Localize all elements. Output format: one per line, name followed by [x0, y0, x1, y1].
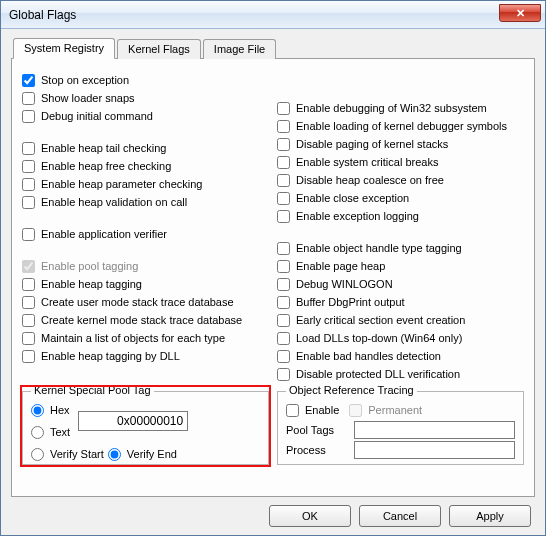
spacer	[277, 71, 524, 85]
pool-radio-verify-end[interactable]: Verify End	[108, 444, 177, 464]
flag-checkbox-input[interactable]	[277, 192, 290, 205]
flag-label: Disable protected DLL verification	[296, 368, 460, 380]
flag-checkbox[interactable]: Enable page heap	[277, 257, 524, 275]
flag-label: Debug initial command	[41, 110, 153, 122]
flag-checkbox-input[interactable]	[22, 228, 35, 241]
flag-checkbox[interactable]: Enable exception logging	[277, 207, 524, 225]
flag-checkbox-input[interactable]	[22, 74, 35, 87]
flag-checkbox-input[interactable]	[22, 296, 35, 309]
apply-button[interactable]: Apply	[449, 505, 531, 527]
flag-checkbox[interactable]: Disable protected DLL verification	[277, 365, 524, 383]
flag-checkbox[interactable]: Enable debugging of Win32 subsystem	[277, 99, 524, 117]
pool-radio-verify-start-input[interactable]	[31, 448, 44, 461]
pool-radio-text[interactable]: Text	[31, 422, 70, 442]
flag-checkbox[interactable]: Disable paging of kernel stacks	[277, 135, 524, 153]
flag-checkbox[interactable]: Early critical section event creation	[277, 311, 524, 329]
flag-checkbox-input[interactable]	[277, 138, 290, 151]
flag-checkbox-input[interactable]	[22, 314, 35, 327]
flag-checkbox-input[interactable]	[22, 196, 35, 209]
flag-checkbox-input[interactable]	[277, 296, 290, 309]
close-icon: ✕	[516, 7, 525, 20]
flag-checkbox-input[interactable]	[277, 242, 290, 255]
cancel-button[interactable]: Cancel	[359, 505, 441, 527]
flag-label: Load DLLs top-down (Win64 only)	[296, 332, 462, 344]
flag-checkbox-input[interactable]	[22, 110, 35, 123]
left-column: Stop on exceptionShow loader snapsDebug …	[22, 71, 269, 383]
flag-checkbox-input[interactable]	[277, 102, 290, 115]
flag-checkbox[interactable]: Create user mode stack trace database	[22, 293, 269, 311]
flag-checkbox-input[interactable]	[277, 174, 290, 187]
pool-radio-verify-start[interactable]: Verify Start	[31, 444, 104, 464]
ort-pool-tags-input[interactable]	[354, 421, 515, 439]
flag-checkbox: Enable pool tagging	[22, 257, 269, 275]
flag-checkbox-input[interactable]	[277, 278, 290, 291]
pool-tag-value-input[interactable]	[78, 411, 188, 431]
flag-checkbox-input[interactable]	[22, 332, 35, 345]
flag-label: Buffer DbgPrint output	[296, 296, 405, 308]
flag-checkbox-input[interactable]	[22, 278, 35, 291]
flag-checkbox-input[interactable]	[22, 178, 35, 191]
flag-checkbox[interactable]: Debug WINLOGON	[277, 275, 524, 293]
pool-radio-hex[interactable]: Hex	[31, 400, 70, 420]
flag-label: Enable system critical breaks	[296, 156, 438, 168]
flag-checkbox-input[interactable]	[277, 368, 290, 381]
flag-checkbox[interactable]: Enable application verifier	[22, 225, 269, 243]
ort-enable-checkbox[interactable]: Enable	[286, 401, 339, 419]
flag-checkbox[interactable]: Maintain a list of objects for each type	[22, 329, 269, 347]
kernel-special-pool-tag-group: Kernel Special Pool Tag Hex	[22, 391, 269, 465]
flag-label: Enable debugging of Win32 subsystem	[296, 102, 487, 114]
flag-checkbox[interactable]: Enable bad handles detection	[277, 347, 524, 365]
spacer	[277, 225, 524, 239]
flag-label: Enable heap tagging	[41, 278, 142, 290]
flag-checkbox-input[interactable]	[22, 160, 35, 173]
ort-permanent-checkbox: Permanent	[349, 401, 422, 419]
ok-button[interactable]: OK	[269, 505, 351, 527]
spacer	[22, 125, 269, 139]
flag-checkbox[interactable]: Enable object handle type tagging	[277, 239, 524, 257]
spacer	[22, 243, 269, 257]
flag-checkbox-input[interactable]	[277, 120, 290, 133]
flag-checkbox-input[interactable]	[277, 350, 290, 363]
flag-checkbox[interactable]: Show loader snaps	[22, 89, 269, 107]
flag-checkbox[interactable]: Enable heap tagging by DLL	[22, 347, 269, 365]
flag-checkbox-input[interactable]	[277, 156, 290, 169]
kernel-pool-legend: Kernel Special Pool Tag	[31, 384, 154, 396]
flag-checkbox[interactable]: Stop on exception	[22, 71, 269, 89]
flag-checkbox[interactable]: Load DLLs top-down (Win64 only)	[277, 329, 524, 347]
pool-radio-verify-end-input[interactable]	[108, 448, 121, 461]
flag-checkbox[interactable]: Enable close exception	[277, 189, 524, 207]
flag-label: Enable heap tagging by DLL	[41, 350, 180, 362]
flag-label: Disable paging of kernel stacks	[296, 138, 448, 150]
flag-label: Enable page heap	[296, 260, 385, 272]
flag-label: Enable application verifier	[41, 228, 167, 240]
flag-checkbox[interactable]: Buffer DbgPrint output	[277, 293, 524, 311]
flag-label: Enable object handle type tagging	[296, 242, 462, 254]
flag-checkbox[interactable]: Disable heap coalesce on free	[277, 171, 524, 189]
flag-checkbox-input[interactable]	[277, 332, 290, 345]
tab-panel: Stop on exceptionShow loader snapsDebug …	[11, 58, 535, 497]
tab-system-registry[interactable]: System Registry	[13, 38, 115, 59]
flag-checkbox-input[interactable]	[22, 142, 35, 155]
ort-process-input[interactable]	[354, 441, 515, 459]
flag-checkbox[interactable]: Enable heap tail checking	[22, 139, 269, 157]
flag-checkbox[interactable]: Enable loading of kernel debugger symbol…	[277, 117, 524, 135]
ort-pool-tags-label: Pool Tags	[286, 424, 344, 436]
flag-checkbox-input[interactable]	[22, 350, 35, 363]
flag-checkbox-input[interactable]	[277, 314, 290, 327]
pool-radio-text-input[interactable]	[31, 426, 44, 439]
flag-checkbox[interactable]: Enable heap tagging	[22, 275, 269, 293]
flag-checkbox[interactable]: Enable heap validation on call	[22, 193, 269, 211]
flag-checkbox[interactable]: Create kernel mode stack trace database	[22, 311, 269, 329]
tab-image-file[interactable]: Image File	[203, 39, 276, 59]
right-column: Enable debugging of Win32 subsystemEnabl…	[277, 71, 524, 383]
tab-kernel-flags[interactable]: Kernel Flags	[117, 39, 201, 59]
close-button[interactable]: ✕	[499, 4, 541, 22]
flag-checkbox[interactable]: Debug initial command	[22, 107, 269, 125]
flag-checkbox-input[interactable]	[277, 260, 290, 273]
flag-checkbox[interactable]: Enable heap free checking	[22, 157, 269, 175]
flag-checkbox-input[interactable]	[22, 92, 35, 105]
flag-checkbox-input[interactable]	[277, 210, 290, 223]
flag-checkbox[interactable]: Enable system critical breaks	[277, 153, 524, 171]
flag-checkbox[interactable]: Enable heap parameter checking	[22, 175, 269, 193]
pool-radio-hex-input[interactable]	[31, 404, 44, 417]
